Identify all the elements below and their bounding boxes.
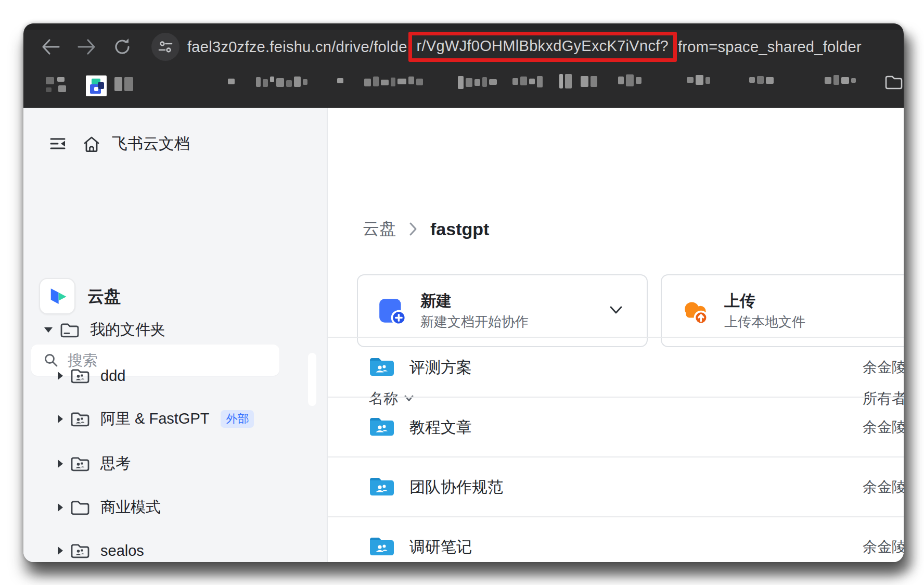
drive-logo-icon — [46, 285, 68, 307]
upload-button[interactable]: 上传 上传本地文件 — [661, 274, 904, 347]
tree-item[interactable]: 阿里 & FastGPT 外部 — [23, 406, 361, 432]
bookmark-item-redacted[interactable] — [263, 79, 268, 87]
upload-cloud-icon — [681, 296, 711, 326]
app-title: 飞书云文档 — [112, 131, 190, 157]
bookmark-item-redacted[interactable] — [303, 79, 307, 85]
bookmark-item-redacted[interactable] — [851, 78, 856, 83]
shared-folder-icon — [70, 411, 90, 427]
tree-caret-icon[interactable] — [58, 503, 63, 512]
bookmark-item-redacted[interactable] — [57, 77, 65, 82]
bookmark-item-redacted[interactable] — [833, 75, 839, 85]
bookmark-item-redacted[interactable] — [416, 79, 423, 85]
bookmark-item-redacted[interactable] — [397, 79, 406, 84]
bookmark-item-redacted[interactable] — [581, 76, 588, 87]
bookmark-item-redacted[interactable] — [489, 79, 497, 85]
file-name[interactable]: 教程文章 — [409, 398, 472, 456]
bookmark-item-redacted[interactable] — [636, 77, 641, 84]
bookmark-item-redacted[interactable] — [228, 79, 235, 84]
tree-item-label: 思考 — [100, 453, 131, 474]
forward-arrow-icon — [76, 38, 97, 56]
bookmark-item-redacted[interactable] — [114, 77, 122, 91]
bookmark-item-redacted[interactable] — [391, 78, 395, 86]
bookmark-item-redacted[interactable] — [529, 79, 535, 84]
new-doc-dropdown-chevron-icon[interactable] — [608, 304, 624, 318]
bookmark-item-redacted[interactable] — [270, 77, 274, 82]
bookmark-item-redacted[interactable] — [46, 77, 54, 84]
tree-item[interactable]: 思考 — [23, 451, 361, 477]
file-name[interactable]: 调研笔记 — [409, 517, 472, 562]
bookmark-item-redacted[interactable] — [687, 77, 694, 83]
site-settings-button[interactable] — [151, 33, 179, 61]
tree-item[interactable]: sealos — [23, 538, 361, 562]
bookmark-item-redacted[interactable] — [825, 77, 831, 84]
new-doc-subtitle: 新建文档开始协作 — [420, 313, 529, 330]
bookmark-item-redacted[interactable] — [474, 79, 480, 86]
tree-item[interactable]: ddd — [23, 363, 361, 389]
bookmark-item-redacted[interactable] — [46, 87, 52, 92]
breadcrumb-root[interactable]: 云盘 — [363, 218, 396, 240]
tree-caret-icon[interactable] — [58, 546, 63, 555]
collapse-sidebar-button[interactable] — [49, 137, 67, 154]
bookmark-item-redacted[interactable] — [98, 82, 104, 89]
bookmark-item-redacted[interactable] — [58, 85, 66, 92]
bookmark-item-redacted[interactable] — [286, 80, 292, 87]
shared-folder-blue-icon — [369, 535, 395, 558]
file-row[interactable]: 教程文章 余金陵 — [328, 397, 904, 456]
bookmark-item-redacted[interactable] — [512, 78, 518, 85]
bookmark-item-redacted[interactable] — [559, 74, 563, 88]
bookmark-item-redacted[interactable] — [94, 87, 98, 91]
bookmark-item-redacted[interactable] — [841, 77, 849, 84]
home-button[interactable] — [82, 135, 101, 155]
reload-button[interactable] — [110, 34, 135, 59]
bookmark-item-redacted[interactable] — [124, 77, 133, 91]
bookmark-item-redacted[interactable] — [276, 78, 284, 87]
file-name[interactable]: 团队协作规范 — [409, 457, 503, 516]
bookmark-item-redacted[interactable] — [520, 77, 527, 85]
bookmark-item-redacted[interactable] — [482, 77, 487, 87]
bookmark-item-redacted[interactable] — [696, 75, 703, 85]
file-row[interactable]: 调研笔记 余金陵 — [328, 516, 904, 562]
file-owner: 余金陵 — [863, 457, 904, 516]
tree-caret-icon[interactable] — [58, 460, 63, 468]
drive-logo[interactable] — [39, 278, 75, 314]
bookmark-item-redacted[interactable] — [618, 77, 624, 84]
tree-item-label: ddd — [100, 367, 125, 385]
tree-item-label: 商业模式 — [100, 497, 161, 518]
bookmark-item-redacted[interactable] — [337, 78, 343, 83]
file-name[interactable]: 评测方案 — [409, 338, 472, 397]
file-row[interactable]: 团队协作规范 余金陵 — [328, 456, 904, 516]
main-content: 云盘 fastgpt 新建 新建文档开始协作 — [328, 108, 904, 562]
tree-caret-icon[interactable] — [58, 372, 63, 380]
bookmark-item-redacted[interactable] — [373, 77, 379, 86]
bookmark-item-redacted[interactable] — [294, 77, 301, 87]
drive-label[interactable]: 云盘 — [87, 282, 121, 310]
url-bar[interactable]: fael3z0zfze.feishu.cn/drive/folder/VgWJf… — [187, 23, 862, 70]
bookmark-item-redacted[interactable] — [766, 77, 774, 84]
tree-item[interactable]: 我的文件夹 — [23, 317, 348, 343]
tree-item[interactable]: 商业模式 — [23, 494, 361, 520]
new-document-button[interactable]: 新建 新建文档开始协作 — [357, 274, 648, 347]
file-row[interactable]: 评测方案 余金陵 — [328, 337, 904, 397]
breadcrumb-current: fastgpt — [430, 219, 489, 239]
tree-caret-icon[interactable] — [58, 415, 63, 423]
back-button[interactable] — [38, 34, 63, 59]
bookmark-item-redacted[interactable] — [757, 76, 764, 84]
forward-button[interactable] — [74, 34, 99, 59]
url-suffix: from=space_shared_folder — [678, 39, 862, 56]
bookmark-item-redacted[interactable] — [705, 77, 710, 84]
bookmarks-overflow-folder[interactable] — [884, 74, 903, 92]
bookmark-item-redacted[interactable] — [626, 74, 634, 86]
bookmark-item-redacted[interactable] — [408, 77, 414, 84]
bookmark-item-redacted[interactable] — [364, 79, 371, 86]
bookmark-item-redacted[interactable] — [466, 78, 472, 87]
bookmark-item-redacted[interactable] — [256, 77, 261, 87]
breadcrumb: 云盘 fastgpt — [363, 215, 489, 243]
bookmark-item-redacted[interactable] — [591, 76, 597, 87]
bookmark-item-redacted[interactable] — [749, 77, 755, 83]
bookmark-item-redacted[interactable] — [565, 74, 572, 88]
bookmark-item-redacted[interactable] — [537, 76, 543, 87]
bookmark-item-redacted[interactable] — [381, 80, 389, 85]
bookmark-item-redacted[interactable] — [458, 76, 464, 89]
shared-folder-blue-icon — [369, 415, 395, 438]
tree-caret-icon[interactable] — [44, 327, 53, 333]
